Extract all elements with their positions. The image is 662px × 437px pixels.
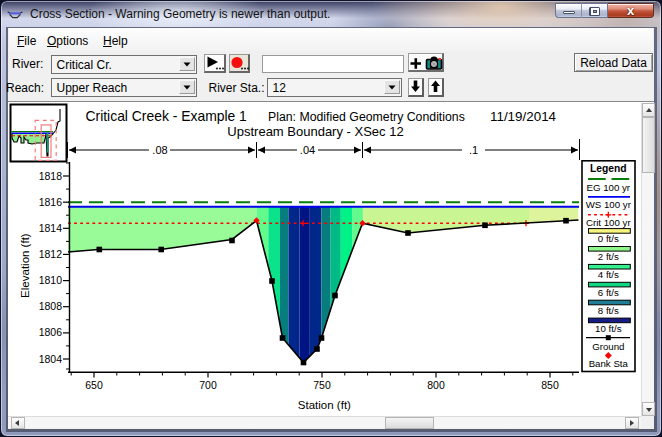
svg-text:WS 100 yr: WS 100 yr	[586, 199, 632, 210]
svg-text:1818: 1818	[39, 170, 63, 182]
svg-text:Critical Creek - Example 1: Critical Creek - Example 1	[86, 108, 248, 124]
svg-text:Station (ft): Station (ft)	[298, 399, 351, 411]
svg-text:Crit 100 yr: Crit 100 yr	[586, 217, 631, 228]
svg-text:Ground: Ground	[592, 341, 624, 352]
svg-text:1808: 1808	[39, 300, 63, 312]
svg-text:EG 100 yr: EG 100 yr	[586, 182, 630, 193]
svg-text:850: 850	[541, 379, 559, 391]
svg-text:1806: 1806	[39, 326, 63, 338]
svg-text:650: 650	[85, 379, 103, 391]
svg-text:750: 750	[313, 379, 331, 391]
svg-text:0 ft/s: 0 ft/s	[598, 233, 619, 244]
svg-text:Bank Sta: Bank Sta	[589, 358, 629, 369]
svg-text:10 ft/s: 10 ft/s	[595, 323, 622, 334]
svg-text:11/19/2014: 11/19/2014	[490, 109, 557, 124]
svg-text:Upstream Boundary - XSec 12: Upstream Boundary - XSec 12	[227, 124, 403, 139]
svg-text:.04: .04	[300, 144, 315, 156]
svg-text:1816: 1816	[39, 196, 63, 208]
svg-text:Elevation (ft): Elevation (ft)	[19, 233, 31, 298]
svg-text:Legend: Legend	[590, 163, 627, 174]
svg-text:.1: .1	[469, 144, 478, 156]
svg-text:1804: 1804	[39, 353, 63, 365]
svg-text:1810: 1810	[39, 274, 63, 286]
svg-text:1814: 1814	[39, 222, 63, 234]
svg-text:Plan: Modified Geometry Condit: Plan: Modified Geometry Conditions	[268, 110, 465, 124]
svg-text:6 ft/s: 6 ft/s	[598, 287, 619, 298]
svg-text:700: 700	[199, 379, 217, 391]
svg-text:800: 800	[427, 379, 445, 391]
svg-text:2 ft/s: 2 ft/s	[598, 251, 619, 262]
svg-text:1812: 1812	[39, 248, 63, 260]
svg-text:8 ft/s: 8 ft/s	[598, 305, 619, 316]
svg-text:4 ft/s: 4 ft/s	[598, 269, 619, 280]
svg-text:.08: .08	[152, 144, 167, 156]
